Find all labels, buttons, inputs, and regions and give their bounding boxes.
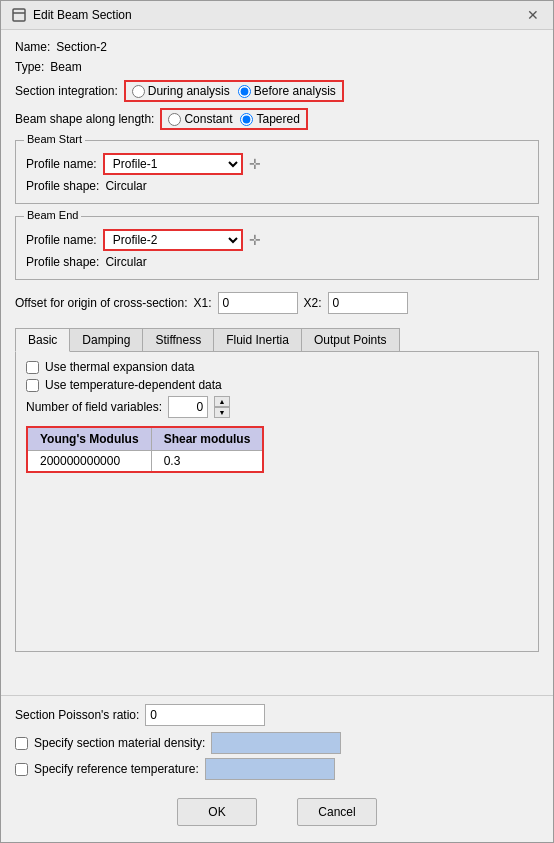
during-analysis-option[interactable]: During analysis — [132, 84, 230, 98]
button-row: OK Cancel — [15, 790, 539, 834]
tab-stiffness[interactable]: Stiffness — [142, 328, 214, 351]
beam-end-profile-select[interactable]: Profile-2 — [103, 229, 243, 251]
beam-start-move-icon[interactable]: ✛ — [249, 156, 261, 172]
beam-end-shape-value: Circular — [105, 255, 146, 269]
before-analysis-label: Before analysis — [254, 84, 336, 98]
temperature-row: Specify reference temperature: — [15, 758, 539, 780]
tab-basic-content: Use thermal expansion data Use temperatu… — [15, 352, 539, 652]
name-label: Name: — [15, 40, 50, 54]
temperature-checkbox[interactable] — [15, 763, 28, 776]
beam-end-group: Beam End Profile name: Profile-2 ✛ Profi… — [15, 216, 539, 280]
shear-modulus-header: Shear modulus — [151, 427, 263, 451]
tab-output-points[interactable]: Output Points — [301, 328, 400, 351]
spinner-down-button[interactable]: ▼ — [214, 407, 230, 418]
constant-radio[interactable] — [168, 113, 181, 126]
youngs-modulus-value[interactable]: 200000000000 — [27, 451, 151, 473]
beam-start-profile-label: Profile name: — [26, 157, 97, 171]
field-variables-input[interactable] — [168, 396, 208, 418]
type-value: Beam — [50, 60, 81, 74]
poisson-input[interactable]: 0 — [145, 704, 265, 726]
beam-start-shape-label: Profile shape: — [26, 179, 99, 193]
temperature-dependent-checkbox[interactable] — [26, 379, 39, 392]
dialog-content: Name: Section-2 Type: Beam Section integ… — [1, 30, 553, 695]
integration-options-box: During analysis Before analysis — [124, 80, 344, 102]
beam-end-title: Beam End — [24, 209, 81, 221]
tab-damping[interactable]: Damping — [69, 328, 143, 351]
poisson-row: Section Poisson's ratio: 0 — [15, 704, 539, 726]
before-analysis-option[interactable]: Before analysis — [238, 84, 336, 98]
dialog-title: Edit Beam Section — [33, 8, 132, 22]
dialog-icon — [11, 7, 27, 23]
tab-fluid-inertia[interactable]: Fluid Inertia — [213, 328, 302, 351]
offset-row: Offset for origin of cross-section: X1: … — [15, 292, 539, 314]
offset-label: Offset for origin of cross-section: — [15, 296, 188, 310]
close-button[interactable]: ✕ — [523, 7, 543, 23]
beam-shape-row: Beam shape along length: Constant Tapere… — [15, 108, 539, 130]
type-label: Type: — [15, 60, 44, 74]
field-variables-label: Number of field variables: — [26, 400, 162, 414]
thermal-expansion-checkbox[interactable] — [26, 361, 39, 374]
tabs-header: Basic Damping Stiffness Fluid Inertia Ou… — [15, 328, 539, 352]
density-label: Specify section material density: — [34, 736, 205, 750]
temperature-input[interactable] — [205, 758, 335, 780]
tapered-option[interactable]: Tapered — [240, 112, 299, 126]
during-analysis-label: During analysis — [148, 84, 230, 98]
offset-x1-label: X1: — [194, 296, 212, 310]
constant-label: Constant — [184, 112, 232, 126]
thermal-expansion-label: Use thermal expansion data — [45, 360, 194, 374]
density-checkbox[interactable] — [15, 737, 28, 750]
section-integration-label: Section integration: — [15, 84, 118, 98]
temperature-dependent-row: Use temperature-dependent data — [26, 378, 528, 392]
ok-button[interactable]: OK — [177, 798, 257, 826]
tapered-radio[interactable] — [240, 113, 253, 126]
titlebar: Edit Beam Section ✕ — [1, 1, 553, 30]
offset-x1-input[interactable]: 0 — [218, 292, 298, 314]
temperature-dependent-label: Use temperature-dependent data — [45, 378, 222, 392]
spinner-buttons: ▲ ▼ — [214, 396, 230, 418]
during-analysis-radio[interactable] — [132, 85, 145, 98]
poisson-label: Section Poisson's ratio: — [15, 708, 139, 722]
thermal-expansion-row: Use thermal expansion data — [26, 360, 528, 374]
bottom-section: Section Poisson's ratio: 0 Specify secti… — [1, 695, 553, 842]
section-integration-row: Section integration: During analysis Bef… — [15, 80, 539, 102]
beam-end-move-icon[interactable]: ✛ — [249, 232, 261, 248]
youngs-modulus-header: Young's Modulus — [27, 427, 151, 451]
beam-shape-label: Beam shape along length: — [15, 112, 154, 126]
beam-start-group: Beam Start Profile name: Profile-1 ✛ Pro… — [15, 140, 539, 204]
temperature-label: Specify reference temperature: — [34, 762, 199, 776]
shear-modulus-value[interactable]: 0.3 — [151, 451, 263, 473]
type-row: Type: Beam — [15, 60, 539, 74]
cancel-button[interactable]: Cancel — [297, 798, 377, 826]
constant-option[interactable]: Constant — [168, 112, 232, 126]
beam-start-shape-value: Circular — [105, 179, 146, 193]
before-analysis-radio[interactable] — [238, 85, 251, 98]
beam-end-shape-label: Profile shape: — [26, 255, 99, 269]
density-input[interactable] — [211, 732, 341, 754]
field-variables-row: Number of field variables: ▲ ▼ — [26, 396, 528, 418]
name-row: Name: Section-2 — [15, 40, 539, 54]
titlebar-left: Edit Beam Section — [11, 7, 132, 23]
name-value: Section-2 — [56, 40, 107, 54]
beam-end-profile-row: Profile name: Profile-2 ✛ — [26, 229, 528, 251]
table-row: 200000000000 0.3 — [27, 451, 263, 473]
spinner-up-button[interactable]: ▲ — [214, 396, 230, 407]
svg-rect-0 — [13, 9, 25, 21]
density-row: Specify section material density: — [15, 732, 539, 754]
tabs-container: Basic Damping Stiffness Fluid Inertia Ou… — [15, 328, 539, 652]
beam-start-shape-row: Profile shape: Circular — [26, 179, 528, 193]
beam-start-profile-row: Profile name: Profile-1 ✛ — [26, 153, 528, 175]
edit-beam-section-dialog: Edit Beam Section ✕ Name: Section-2 Type… — [0, 0, 554, 843]
shape-options-box: Constant Tapered — [160, 108, 307, 130]
beam-start-profile-select[interactable]: Profile-1 — [103, 153, 243, 175]
tab-basic[interactable]: Basic — [15, 328, 70, 352]
beam-start-title: Beam Start — [24, 133, 85, 145]
tapered-label: Tapered — [256, 112, 299, 126]
beam-end-shape-row: Profile shape: Circular — [26, 255, 528, 269]
beam-end-profile-label: Profile name: — [26, 233, 97, 247]
material-table: Young's Modulus Shear modulus 2000000000… — [26, 426, 264, 473]
offset-x2-input[interactable]: 0 — [328, 292, 408, 314]
offset-x2-label: X2: — [304, 296, 322, 310]
